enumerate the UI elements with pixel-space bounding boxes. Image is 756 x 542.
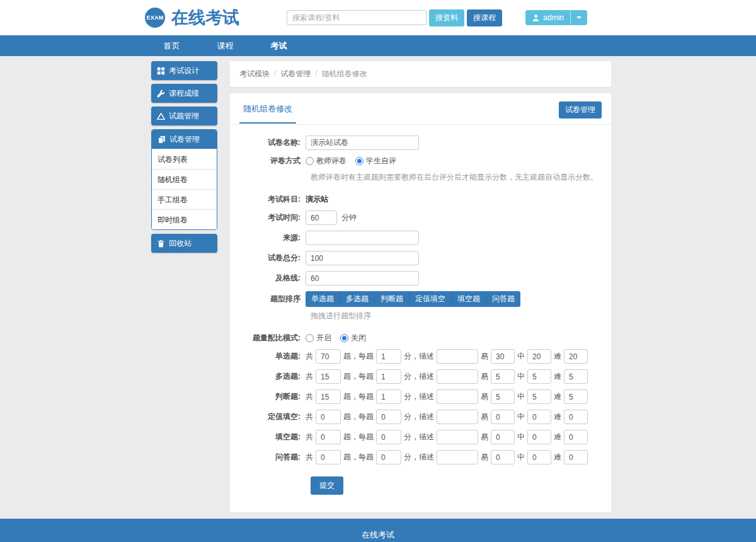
sidebar-subitem-paper-list[interactable]: 试卷列表 — [152, 149, 217, 169]
hard-input[interactable] — [564, 430, 588, 444]
source-input[interactable] — [306, 231, 419, 245]
nav-item-home[interactable]: 首页 — [145, 35, 198, 56]
ratio-off-radio[interactable]: 关闭 — [340, 333, 366, 343]
sidebar-subitem-random-paper[interactable]: 随机组卷 — [152, 169, 217, 189]
easy-input[interactable] — [491, 450, 515, 464]
sort-essay-button[interactable]: 问答题 — [486, 291, 520, 307]
site-logo[interactable]: EXAM — [145, 8, 165, 28]
radio-checked-icon — [340, 334, 348, 342]
grading-self-radio[interactable]: 学生自评 — [355, 156, 396, 166]
search-material-button[interactable]: 搜资料 — [429, 9, 464, 26]
hard-input[interactable] — [564, 410, 588, 424]
user-dropdown-toggle[interactable] — [570, 10, 587, 25]
score-input[interactable] — [376, 410, 401, 424]
sort-blank-button[interactable]: 填空题 — [452, 291, 486, 307]
submit-button[interactable]: 提交 — [311, 476, 343, 495]
score-input[interactable] — [376, 430, 401, 444]
content: 考试设计 课程成绩 试题管理 试 — [145, 61, 611, 512]
hard-input[interactable] — [564, 349, 588, 364]
score-input[interactable] — [376, 369, 401, 384]
medium-text: 中 — [517, 452, 525, 463]
desc-input[interactable] — [437, 389, 478, 404]
per-question-text: 题，每题 — [343, 371, 374, 382]
radio-unchecked-icon — [306, 157, 314, 165]
grid-icon — [157, 67, 165, 75]
source-label: 来源: — [239, 233, 306, 243]
question-row-single-choice: 单选题: 共 题，每题 分，描述 易 中 难 — [239, 349, 602, 364]
desc-input[interactable] — [437, 450, 478, 464]
hard-input[interactable] — [564, 369, 588, 384]
paper-name-input[interactable] — [306, 136, 419, 150]
sidebar-item-question-management[interactable]: 试题管理 — [151, 107, 217, 125]
wrench-icon — [157, 89, 165, 98]
sidebar-item-course-scores[interactable]: 课程成绩 — [151, 84, 217, 103]
easy-input[interactable] — [491, 389, 515, 404]
duration-input[interactable] — [306, 210, 337, 225]
total-score-input[interactable] — [306, 251, 419, 265]
search-course-button[interactable]: 搜课程 — [467, 9, 502, 26]
easy-text: 易 — [481, 412, 488, 422]
sort-single-choice-button[interactable]: 单选题 — [306, 291, 340, 307]
ratio-on-radio[interactable]: 开启 — [306, 333, 331, 343]
grading-teacher-radio[interactable]: 教师评卷 — [306, 156, 346, 166]
sort-judge-button[interactable]: 判断题 — [375, 291, 410, 307]
nav-item-exam[interactable]: 考试 — [252, 35, 306, 56]
sidebar-item-paper-management[interactable]: 试卷管理 — [152, 130, 217, 149]
desc-input[interactable] — [437, 410, 478, 424]
medium-input[interactable] — [527, 430, 551, 444]
breadcrumb-item-exam-module[interactable]: 考试模块 — [239, 69, 270, 79]
easy-text: 易 — [481, 452, 488, 463]
count-input[interactable] — [316, 389, 341, 404]
desc-text: 分，描述 — [404, 371, 434, 382]
medium-input[interactable] — [527, 389, 551, 404]
count-input[interactable] — [316, 369, 341, 384]
sidebar-item-label: 试卷管理 — [169, 134, 200, 145]
easy-text: 易 — [481, 391, 488, 402]
score-input[interactable] — [376, 450, 401, 464]
subject-label: 考试科目: — [239, 194, 306, 205]
count-input[interactable] — [316, 450, 341, 464]
medium-input[interactable] — [527, 349, 551, 364]
desc-text: 分，描述 — [404, 391, 434, 402]
count-input[interactable] — [316, 430, 341, 444]
nav-item-courses[interactable]: 课程 — [198, 35, 252, 56]
sidebar-item-label: 试题管理 — [169, 111, 199, 122]
desc-input[interactable] — [437, 349, 478, 364]
medium-input[interactable] — [527, 450, 551, 464]
search-input[interactable] — [287, 10, 427, 25]
easy-input[interactable] — [491, 430, 515, 444]
count-input[interactable] — [316, 410, 341, 424]
count-input[interactable] — [316, 349, 341, 364]
site-title[interactable]: 在线考试 — [171, 6, 239, 29]
radio-label: 开启 — [316, 333, 331, 343]
desc-input[interactable] — [437, 430, 478, 444]
score-input[interactable] — [376, 389, 401, 404]
pass-line-input[interactable] — [306, 271, 419, 285]
sidebar-item-recycle-bin[interactable]: 回收站 — [151, 234, 217, 253]
user-icon — [532, 14, 540, 22]
sidebar-subitem-manual-paper[interactable]: 手工组卷 — [152, 189, 217, 209]
count-prefix: 共 — [306, 452, 313, 463]
paper-management-button[interactable]: 试卷管理 — [559, 101, 602, 118]
hard-text: 难 — [554, 412, 561, 422]
search-area: 搜资料 搜课程 — [287, 9, 502, 26]
medium-input[interactable] — [527, 410, 551, 424]
hard-input[interactable] — [564, 389, 588, 404]
breadcrumb: 考试模块 / 试卷管理 / 随机组卷修改 — [230, 61, 611, 87]
hard-input[interactable] — [564, 450, 588, 464]
score-input[interactable] — [376, 349, 401, 364]
sidebar-subitem-instant-paper[interactable]: 即时组卷 — [152, 209, 217, 229]
easy-input[interactable] — [491, 369, 515, 384]
easy-input[interactable] — [491, 349, 515, 364]
user-menu-button[interactable]: admin — [525, 10, 587, 25]
sort-fixed-blank-button[interactable]: 定值填空 — [410, 291, 452, 307]
easy-input[interactable] — [491, 410, 515, 424]
count-prefix: 共 — [306, 412, 313, 422]
sidebar-item-exam-design[interactable]: 考试设计 — [151, 61, 217, 80]
sort-multi-choice-button[interactable]: 多选题 — [340, 291, 375, 307]
desc-input[interactable] — [437, 369, 478, 384]
question-type-label: 多选题: — [239, 371, 306, 382]
radio-label: 学生自评 — [366, 156, 396, 166]
breadcrumb-item-paper-management[interactable]: 试卷管理 — [280, 69, 311, 79]
medium-input[interactable] — [527, 369, 551, 384]
